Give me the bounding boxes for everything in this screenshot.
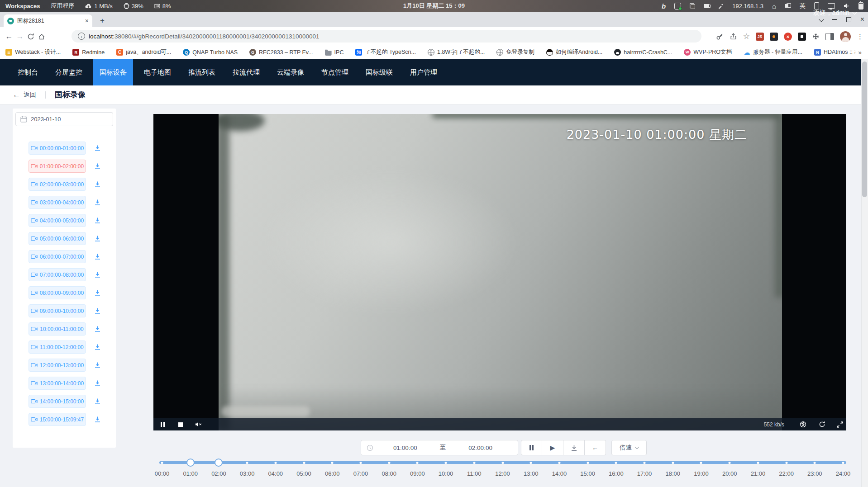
segment-download-button[interactable] [92, 161, 103, 172]
bookmark-item[interactable]: RFC2833 – RTP Ev... [249, 49, 313, 56]
video-pause-icon[interactable] [157, 418, 168, 430]
segment-button[interactable]: 06:00:00-07:00:00 [29, 250, 86, 263]
user-menu[interactable]: 欢迎，admin [813, 0, 856, 26]
reload-button[interactable] [25, 31, 36, 42]
date-picker-input[interactable]: 2023-01-10 [15, 112, 113, 126]
nav-item[interactable]: 国标级联 [359, 59, 399, 85]
time-range-input[interactable]: 01:00:00 至 02:00:00 [361, 440, 518, 455]
bookmark-star-icon[interactable]: ☆ [743, 33, 750, 40]
forward-button[interactable]: → [14, 31, 25, 42]
extension-js-icon[interactable]: JS [756, 33, 764, 41]
nav-item[interactable]: 用户管理 [404, 59, 444, 85]
segment-button[interactable]: 01:00:00-02:00:00 [29, 160, 86, 173]
bookmark-item[interactable]: Webstack - 设计... [5, 48, 61, 56]
input-language-indicator[interactable]: 英 [800, 2, 806, 10]
segment-download-button[interactable] [92, 342, 103, 353]
battery-tray-icon[interactable] [858, 2, 863, 9]
extensions-puzzle-icon[interactable] [812, 33, 820, 40]
segment-button[interactable]: 05:00:00-06:00:00 [29, 232, 86, 245]
video-stop-icon[interactable] [175, 418, 186, 430]
timeline-handle[interactable] [215, 459, 223, 467]
pause-button[interactable] [521, 440, 542, 455]
timeline-handle[interactable] [186, 459, 195, 467]
scrollbar-thumb[interactable] [862, 61, 867, 197]
segment-download-button[interactable] [92, 143, 103, 154]
segment-download-button[interactable] [92, 414, 103, 425]
segment-download-button[interactable] [92, 197, 103, 208]
address-bar[interactable]: i localhost:38080/#/gbRecordDetail/34020… [72, 30, 701, 43]
workspaces-button[interactable]: Workspaces [5, 3, 40, 9]
video-player[interactable]: 2023-01-10 01:00:00 星期二 552 kb/s [153, 114, 846, 430]
extension-blocker-icon[interactable]: × [784, 33, 792, 41]
segment-button[interactable]: 10:00:00-11:00:00 [29, 322, 86, 336]
nav-item[interactable]: 节点管理 [315, 59, 355, 85]
segment-button[interactable]: 14:00:00-15:00:00 [29, 395, 86, 408]
browser-tab[interactable]: 国标28181 × [4, 14, 92, 27]
segment-download-button[interactable] [92, 251, 103, 262]
nav-item[interactable]: 推流列表 [182, 59, 222, 85]
nav-item[interactable]: 分屏监控 [49, 59, 89, 85]
site-info-icon[interactable]: i [78, 33, 85, 40]
browser-home-button[interactable] [36, 31, 47, 42]
segment-button[interactable]: 03:00:00-04:00:00 [29, 196, 86, 209]
segment-download-button[interactable] [92, 324, 103, 335]
nav-item[interactable]: 国标设备 [93, 59, 133, 85]
segment-download-button[interactable] [92, 179, 103, 190]
browser-menu-kebab-icon[interactable]: ⋮ [857, 33, 863, 41]
video-refresh-icon[interactable] [816, 418, 827, 430]
segment-button[interactable]: 12:00:00-13:00:00 [29, 359, 86, 372]
bookmark-item[interactable]: HDAtmos :: 种子 *... [814, 48, 855, 56]
play-button[interactable]: ▶ [542, 440, 563, 455]
bookmark-item[interactable]: 免登录复制 [496, 48, 534, 56]
fullscreen-icon[interactable] [835, 418, 845, 430]
segment-button[interactable]: 09:00:00-10:00:00 [29, 304, 86, 317]
applications-button[interactable]: 应用程序 [51, 2, 74, 10]
segment-download-button[interactable] [92, 215, 103, 226]
segment-button[interactable]: 13:00:00-14:00:00 [29, 377, 86, 390]
bookmark-item[interactable]: 了不起的 TypeScri... [355, 48, 416, 56]
bookmark-item[interactable]: 1.8W字|了不起的... [428, 48, 485, 56]
passwords-key-icon[interactable] [716, 33, 724, 40]
extension-camera-icon[interactable] [770, 33, 778, 41]
color-picker-tray-icon[interactable] [718, 3, 724, 9]
segment-button[interactable]: 02:00:00-03:00:00 [29, 178, 86, 191]
nav-item[interactable]: 控制台 [11, 59, 44, 85]
tab-close-icon[interactable]: × [85, 18, 89, 24]
segment-button[interactable]: 04:00:00-05:00:00 [29, 214, 86, 227]
seek-back-button[interactable]: ← [585, 440, 606, 455]
segment-button[interactable]: 07:00:00-08:00:00 [29, 268, 86, 281]
snapshot-aperture-icon[interactable] [797, 418, 808, 430]
profile-avatar[interactable] [840, 31, 851, 42]
bookmark-item[interactable]: QNAP Turbo NAS [183, 49, 238, 56]
segment-download-button[interactable] [92, 396, 103, 407]
back-link[interactable]: 返回 [24, 91, 36, 99]
bookmark-item[interactable]: hairrrrr/C-CrashC... [614, 49, 672, 56]
bookmark-item[interactable]: java、android可... [116, 48, 171, 56]
segment-button[interactable]: 11:00:00-12:00:00 [29, 340, 86, 354]
segment-download-button[interactable] [92, 360, 103, 371]
bookmark-item[interactable]: IPC [325, 49, 344, 56]
new-tab-button[interactable]: + [97, 15, 108, 26]
range-start-time[interactable]: 01:00:00 [373, 444, 437, 451]
bookmark-item[interactable]: WVP-PRO文档 [684, 48, 732, 56]
nav-item[interactable]: 拉流代理 [226, 59, 266, 85]
nav-item[interactable]: 云端录像 [271, 59, 310, 85]
segment-download-button[interactable] [92, 378, 103, 389]
caffeine-tray-icon[interactable] [704, 4, 709, 8]
bookmark-item[interactable]: 服务器 - 轻量应用... [744, 48, 802, 56]
share-icon[interactable] [730, 33, 737, 40]
segment-download-button[interactable] [92, 270, 103, 280]
playback-speed-dropdown[interactable]: 倍速 [611, 440, 647, 455]
video-mute-icon[interactable] [193, 418, 204, 430]
segment-download-button[interactable] [92, 306, 103, 317]
side-panel-icon[interactable] [825, 33, 834, 40]
nav-item[interactable]: 电子地图 [138, 59, 177, 85]
workspaces-overview-icon[interactable] [785, 3, 791, 9]
app-window-tray-icon[interactable] [674, 3, 681, 9]
segment-download-button[interactable] [92, 288, 103, 298]
home-tray-icon[interactable]: ⌂ [772, 2, 776, 10]
segment-button[interactable]: 15:00:00-15:09:47 [29, 413, 86, 426]
bing-tray-icon[interactable]: b [662, 3, 666, 9]
range-end-time[interactable]: 02:00:00 [448, 444, 512, 451]
segment-button[interactable]: 00:00:00-01:00:00 [29, 142, 86, 155]
